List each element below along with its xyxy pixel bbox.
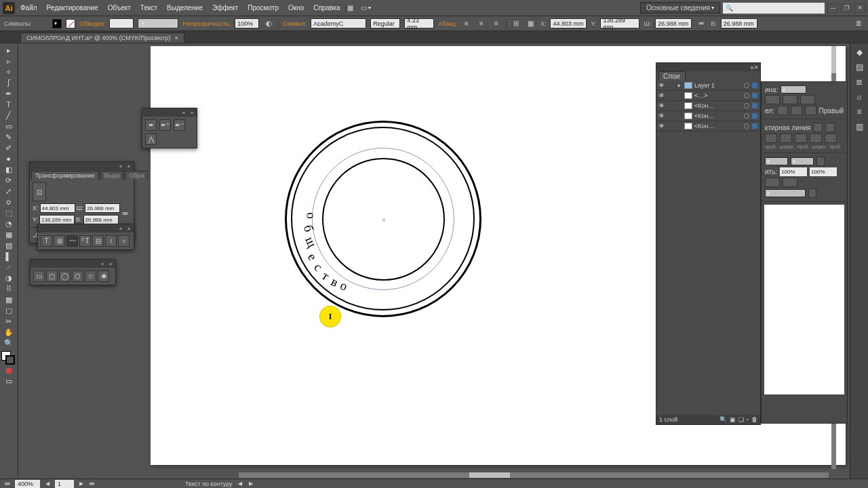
direct-selection-tool[interactable]: ▹ (0, 56, 17, 66)
bridge-icon[interactable]: ▦ (347, 4, 359, 12)
dash-input[interactable] (765, 134, 777, 143)
document-tab[interactable]: СИМОЛЛРОАД ИНТ.ai* @ 400% (CMYK/Просмотр… (20, 33, 184, 43)
zoom-tool[interactable]: 🔍 (0, 338, 17, 348)
link-wh-icon[interactable]: ⚮ (122, 209, 128, 218)
shape-tools-panel[interactable]: «× ▭ ▢ ◯ ⬡ ☆ ✺ (30, 259, 116, 285)
new-sublayer-icon[interactable]: ❏ (738, 416, 744, 423)
prev-artboard-btn[interactable]: ◀ (44, 481, 51, 487)
menu-help[interactable]: Справка (309, 3, 344, 13)
menu-text[interactable]: Текст (136, 3, 161, 13)
make-clipmask-icon[interactable]: ▣ (730, 416, 736, 423)
target-icon[interactable] (744, 103, 749, 108)
delete-anchor-btn[interactable]: ✒⁻ (174, 119, 185, 131)
layer-row[interactable]: 👁 <Кон… (656, 121, 760, 131)
align-left-icon[interactable]: ≡ (461, 18, 472, 29)
stroke-profile-dd[interactable] (765, 189, 806, 197)
line-tool[interactable]: ╱ (0, 110, 17, 121)
document-tab-close[interactable]: × (174, 35, 178, 41)
twirl-icon[interactable]: ▾ (675, 83, 682, 89)
join-bevel-icon[interactable] (805, 106, 816, 115)
menu-select[interactable]: Выделение (163, 3, 207, 13)
area-type-btn[interactable]: ⊞ (54, 235, 65, 247)
font-size-input[interactable]: 4.23 mm (404, 18, 434, 28)
free-transform-tool[interactable]: ⬚ (0, 207, 17, 218)
type-on-path-btn[interactable]: 〰 (66, 235, 78, 247)
panel-close-icon[interactable]: × (189, 110, 195, 115)
fill-stroke-indicator[interactable] (0, 351, 17, 366)
visibility-icon[interactable]: 👁 (656, 123, 666, 129)
layers-panel[interactable]: « × Слои 👁 ▾ Layer 1 👁 <…> 👁 <Кон… 👁 <Ко… (656, 62, 761, 425)
type-on-path[interactable]: о б щ е с т в о (298, 213, 353, 294)
dash-preserve-icon[interactable] (813, 123, 823, 132)
arrowhead-end-dd[interactable] (791, 157, 814, 165)
scale-tool[interactable]: ⤢ (0, 186, 17, 197)
arrow-start-scale[interactable]: 100% (780, 167, 807, 176)
properties-panel[interactable]: ина: ел: Правый ктирная линия (761, 81, 848, 424)
new-layer-icon[interactable]: ▫ (747, 416, 749, 423)
w-input[interactable]: 26.988 mm (85, 203, 120, 213)
rotate-tool[interactable]: ⟳ (0, 175, 17, 186)
ellipse-tool-btn[interactable]: ◯ (59, 270, 71, 282)
pathfinder-tab[interactable]: Обра (125, 171, 148, 180)
eyedropper-tool[interactable]: ⟋ (0, 262, 17, 272)
rectangle-tool-btn[interactable]: ▭ (33, 270, 45, 282)
vertical-type-btn[interactable]: ╵T (79, 235, 91, 247)
selection-tool[interactable]: ▸ (0, 45, 17, 56)
lasso-tool[interactable]: ʃ (0, 77, 17, 88)
polygon-tool-btn[interactable]: ⬡ (72, 270, 83, 282)
visibility-icon[interactable]: 👁 (656, 82, 666, 89)
blend-tool[interactable]: ◑ (0, 272, 17, 283)
align-center-icon[interactable]: ≡ (476, 18, 487, 29)
paragraph-label[interactable]: Абзац: (438, 20, 457, 27)
gradient-panel-icon[interactable]: ▥ (853, 121, 865, 133)
magic-wand-tool[interactable]: ✧ (0, 66, 17, 77)
locate-object-icon[interactable]: 🔍 (719, 416, 727, 423)
stroke-profile[interactable] (138, 18, 178, 28)
opacity-input[interactable]: 100% (235, 18, 259, 28)
gap-input-2[interactable] (810, 134, 822, 143)
visibility-icon[interactable]: 👁 (656, 92, 666, 99)
menu-window[interactable]: Окно (284, 3, 308, 13)
next-artboard-btn[interactable]: ▶ (78, 481, 85, 487)
type-tools-panel[interactable]: «× T ⊞ 〰 ╵T ⊟ ≀ ⎀ (37, 224, 134, 250)
arrowhead-start-dd[interactable] (765, 157, 788, 165)
align-panel-icon[interactable]: ▦ (526, 18, 536, 29)
delete-layer-icon[interactable]: 🗑 (751, 416, 757, 423)
layer-name[interactable]: <Кон… (694, 113, 741, 119)
panel-close-icon[interactable]: × (754, 64, 758, 71)
join-round-icon[interactable] (791, 106, 802, 115)
target-icon[interactable] (744, 93, 749, 98)
panel-collapse-icon[interactable]: « (118, 163, 123, 169)
join-miter-icon[interactable] (777, 106, 789, 115)
x-input[interactable]: 44.803 mm (40, 203, 75, 213)
transform-icon[interactable]: ⊞ (511, 18, 521, 29)
menu-view[interactable]: Просмотр (243, 3, 283, 13)
window-restore[interactable]: ❐ (841, 3, 852, 13)
align-right-icon[interactable]: ≡ (491, 18, 502, 29)
arrow-align-outside-icon[interactable] (765, 178, 780, 187)
slice-tool[interactable]: ✂ (0, 316, 17, 327)
cap-butt-icon[interactable] (765, 95, 780, 104)
menu-file[interactable]: Файл (16, 3, 41, 13)
w-input[interactable]: 26.988 mm (655, 18, 692, 28)
pencil-tool[interactable]: ✐ (0, 142, 17, 153)
panel-collapse-icon[interactable]: « (181, 110, 186, 115)
color-panel-icon[interactable]: ◆ (853, 46, 865, 58)
type-tool-btn[interactable]: T (41, 235, 52, 247)
target-icon[interactable] (744, 113, 749, 119)
brushes-panel-icon[interactable]: ≣ (853, 76, 865, 88)
screen-mode-icon[interactable]: ▭ (0, 375, 17, 386)
transform-tab[interactable]: Трансформирование (31, 171, 99, 180)
color-mode-icon[interactable] (0, 366, 17, 375)
panel-close-icon[interactable]: × (108, 261, 113, 266)
flare-tool-btn[interactable]: ✺ (98, 270, 109, 282)
layer-name[interactable]: <Кон… (694, 123, 741, 129)
y-input[interactable]: 138.289 mm (39, 215, 75, 224)
panel-close-icon[interactable]: × (126, 163, 132, 169)
layer-row[interactable]: 👁 <Кон… (656, 101, 760, 111)
swatches-panel-icon[interactable]: ▤ (853, 61, 865, 73)
y-input[interactable]: 138.289 mm (600, 18, 639, 28)
reference-point-icon[interactable]: ⊡ (33, 182, 46, 201)
character-label[interactable]: Символ: (283, 20, 307, 27)
layers-tab[interactable]: Слои (658, 71, 686, 81)
